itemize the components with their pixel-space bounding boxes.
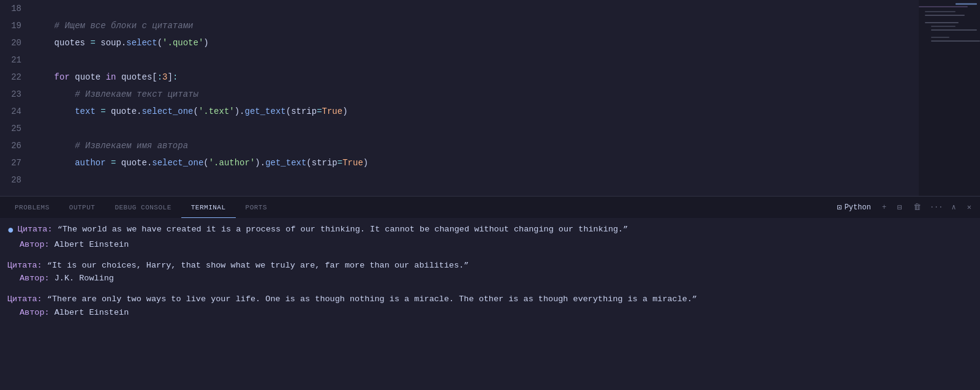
author-label-3: Автор: (20, 308, 50, 317)
svg-rect-7 (931, 37, 949, 38)
split-icon: ⊟ (897, 203, 902, 212)
plus-icon: + (882, 203, 886, 212)
author-label-1: Автор: (20, 240, 50, 249)
terminal-spacer-1 (7, 252, 973, 259)
quote-label-1: Цитата: (18, 225, 53, 234)
tab-debug-console[interactable]: DEBUG CONSOLE (105, 197, 181, 219)
terminal-icon: ⊡ (837, 203, 842, 212)
terminal-quote-2-text: Цитата: “It is our choices, Harry, that … (7, 259, 469, 272)
delete-terminal-btn[interactable]: 🗑 (910, 201, 925, 213)
terminal-dot-1: ● (7, 223, 14, 238)
code-editor: 18 19 # Ищем все блоки с цитатами 20 quo… (0, 0, 980, 196)
code-line-20: 20 quotes = soup.select('.quote') (0, 34, 980, 51)
panel-actions: ⊡ Python + ⊟ 🗑 ··· ∧ ✕ (834, 201, 975, 214)
line-number-28: 28 (0, 171, 34, 189)
tab-ports[interactable]: PORTS (236, 197, 277, 219)
terminal-entry-1-author: Автор: Albert Einstein (20, 238, 973, 252)
maximize-panel-btn[interactable]: ∧ (948, 201, 960, 213)
terminal-entry-3-quote: Цитата: “There are only two ways to live… (7, 293, 973, 306)
quote-text-3: “There are only two ways to live your li… (47, 294, 697, 304)
code-lines: 18 19 # Ищем все блоки с цитатами 20 quo… (0, 0, 980, 189)
terminal-entry-3-author: Автор: Albert Einstein (20, 306, 973, 320)
author-label-2: Автор: (20, 274, 50, 283)
code-line-23: 23 # Извлекаем текст цитаты (0, 86, 980, 103)
code-line-21: 21 (0, 51, 980, 69)
author-text-2: J.K. Rowling (55, 274, 114, 283)
terminal-quote-3-text: Цитата: “There are only two ways to live… (7, 293, 697, 306)
svg-rect-8 (931, 40, 980, 42)
svg-rect-6 (931, 29, 977, 31)
minimap (919, 0, 980, 196)
code-line-24: 24 text = quote.select_one('.text').get_… (0, 103, 980, 120)
line-number-22: 22 (0, 69, 34, 86)
line-number-26: 26 (0, 137, 34, 154)
line-number-27: 27 (0, 154, 34, 171)
terminal-author-1-text: Автор: Albert Einstein (20, 238, 129, 252)
trash-icon: 🗑 (913, 203, 921, 212)
close-panel-btn[interactable]: ✕ (963, 201, 975, 213)
line-content-19: # Ищем все блоки с цитатами (34, 17, 980, 34)
add-terminal-btn[interactable]: + (878, 202, 890, 213)
quote-text-1: “The world as we have created it is a pr… (58, 225, 628, 234)
split-terminal-btn[interactable]: ⊟ (894, 201, 906, 214)
quote-label-3: Цитата: (7, 294, 42, 304)
svg-rect-0 (956, 3, 977, 5)
line-content-27: author = quote.select_one('.author').get… (34, 154, 980, 171)
line-content-23: # Извлекаем текст цитаты (34, 86, 980, 103)
author-text-3: Albert Einstein (55, 308, 129, 317)
line-number-18: 18 (0, 0, 34, 17)
line-content-22: for quote in quotes[:3]: (34, 69, 980, 86)
terminal-icon-btn[interactable]: ⊡ Python (834, 201, 875, 214)
svg-rect-1 (919, 6, 968, 7)
terminal-entry-2-author: Автор: J.K. Rowling (20, 272, 973, 285)
author-text-1: Albert Einstein (55, 240, 129, 249)
code-line-25: 25 (0, 120, 980, 137)
line-content-24: text = quote.select_one('.text').get_tex… (34, 103, 980, 120)
code-line-18: 18 (0, 0, 980, 17)
quote-label-2: Цитата: (7, 261, 42, 270)
line-content-26: # Извлекаем имя автора (34, 137, 980, 154)
close-icon: ✕ (967, 203, 971, 212)
line-number-23: 23 (0, 86, 34, 103)
panel-tabs: PROBLEMS OUTPUT DEBUG CONSOLE TERMINAL P… (0, 196, 980, 218)
panel-divider-1: ··· (929, 203, 944, 212)
line-number-21: 21 (0, 51, 34, 69)
tab-problems[interactable]: PROBLEMS (5, 197, 59, 219)
line-content-20: quotes = soup.select('.quote') (34, 34, 980, 51)
terminal-panel[interactable]: ● Цитата: “The world as we have created … (0, 218, 980, 390)
code-line-19: 19 # Ищем все блоки с цитатами (0, 17, 980, 34)
svg-rect-4 (925, 22, 959, 23)
line-number-19: 19 (0, 17, 34, 34)
code-line-26: 26 # Извлекаем имя автора (0, 137, 980, 154)
terminal-spacer-2 (7, 285, 973, 293)
terminal-author-3-text: Автор: Albert Einstein (20, 306, 129, 320)
code-line-22: 22 for quote in quotes[:3]: (0, 69, 980, 86)
line-number-20: 20 (0, 34, 34, 51)
python-label: Python (845, 203, 871, 212)
line-number-24: 24 (0, 103, 34, 120)
terminal-entry-2-quote: Цитата: “It is our choices, Harry, that … (7, 259, 973, 272)
terminal-quote-1-text: Цитата: “The world as we have created it… (18, 223, 628, 236)
chevron-up-icon: ∧ (952, 203, 956, 212)
line-number-25: 25 (0, 120, 34, 137)
quote-text-2: “It is our choices, Harry, that show wha… (47, 261, 469, 270)
terminal-entry-1-quote: ● Цитата: “The world as we have created … (7, 223, 973, 238)
terminal-author-2-text: Автор: J.K. Rowling (20, 272, 114, 285)
svg-rect-3 (925, 15, 965, 16)
code-line-27: 27 author = quote.select_one('.author').… (0, 154, 980, 171)
svg-rect-5 (931, 26, 956, 27)
svg-rect-2 (925, 11, 956, 12)
tab-output[interactable]: OUTPUT (59, 197, 105, 219)
code-line-28: 28 (0, 171, 980, 189)
tab-terminal[interactable]: TERMINAL (181, 197, 236, 219)
